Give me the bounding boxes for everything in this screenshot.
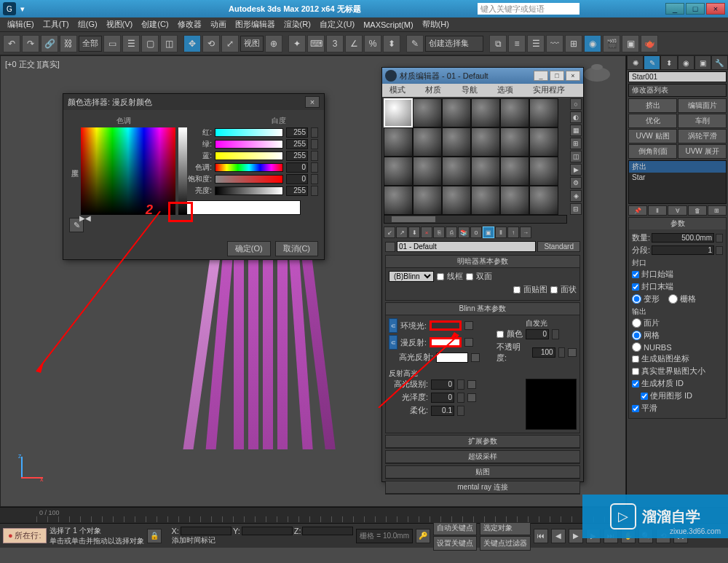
menu-tools[interactable]: 工具(T) [39, 17, 74, 31]
me-menu-options[interactable]: 选项(O) [493, 84, 529, 97]
show-in-viewport-button[interactable]: ▣ [483, 227, 494, 238]
ambient-diffuse-lock[interactable]: ⊂ [389, 318, 397, 333]
selection-filter-dropdown[interactable]: 全部 [79, 36, 102, 52]
material-slot[interactable] [413, 186, 442, 215]
menu-animation[interactable]: 动画 [206, 17, 231, 31]
make-unique-button[interactable]: ∀ [668, 205, 687, 216]
hue-arrow-icon[interactable]: ▶◀ [79, 214, 91, 222]
mod-uvwunwrap[interactable]: UVW 展开 [678, 144, 727, 159]
grid-radio[interactable] [668, 294, 678, 304]
wire-check[interactable] [437, 273, 444, 280]
go-forward-button[interactable]: → [520, 227, 531, 238]
val-value[interactable]: 255 [286, 186, 308, 196]
me-close-button[interactable]: × [566, 71, 580, 81]
utilities-tab[interactable]: 🔧 [711, 55, 728, 70]
mod-editpatch[interactable]: 编辑面片 [678, 98, 727, 113]
put-to-library-button[interactable]: 📚 [458, 227, 470, 238]
key-mode-button[interactable]: 🔑 [416, 529, 430, 543]
edit-named-sel-button[interactable]: ✎ [406, 35, 424, 52]
stack-star[interactable]: Star [629, 173, 726, 182]
opacity-map-button[interactable] [568, 348, 577, 357]
percent-snap-button[interactable]: % [364, 35, 381, 52]
mirror-button[interactable]: ⧉ [489, 35, 507, 52]
green-spinner[interactable] [311, 139, 318, 149]
layer-button[interactable]: ☰ [527, 35, 545, 52]
red-value[interactable]: 255 [286, 127, 308, 138]
blue-slider[interactable] [215, 151, 283, 160]
motion-tab[interactable]: ◉ [678, 55, 695, 70]
me-menu-material[interactable]: 材质(M) [421, 84, 457, 97]
selfillum-spinner[interactable] [552, 329, 559, 339]
modifier-stack[interactable]: 挤出 Star [628, 160, 727, 204]
gloss-value[interactable]: 0 [431, 393, 454, 403]
select-by-mat-button[interactable]: ◈ [570, 190, 582, 202]
facemap-check[interactable] [513, 286, 521, 294]
selfillum-color-check[interactable] [496, 331, 504, 338]
z-coord[interactable] [302, 527, 353, 535]
material-slot[interactable] [529, 98, 558, 127]
amount-spinner[interactable] [716, 234, 723, 243]
me-minimize-button[interactable]: _ [534, 71, 548, 81]
render-button[interactable]: 🫖 [641, 35, 658, 52]
gloss-spinner[interactable] [457, 393, 464, 403]
help-search-input[interactable]: 键入关键字或短语 [478, 3, 579, 15]
sat-slider[interactable] [215, 175, 283, 184]
select-scale-button[interactable]: ⤢ [221, 35, 239, 52]
blinn-rollout-title[interactable]: Blinn 基本参数 [386, 303, 579, 315]
twoside-check[interactable] [466, 273, 473, 280]
backlight-button[interactable]: ◐ [570, 111, 582, 123]
mod-bevelprofile[interactable]: 倒角剖面 [628, 144, 677, 159]
selfillum-value[interactable]: 0 [526, 329, 549, 339]
timeline-ticks[interactable] [36, 516, 626, 522]
window-crossing-button[interactable]: ◫ [160, 35, 178, 52]
me-menu-nav[interactable]: 导航(N) [457, 84, 493, 97]
select-region-button[interactable]: ▢ [141, 35, 159, 52]
options-button[interactable]: ⚙ [570, 177, 582, 189]
pin-stack-button[interactable]: 📌 [628, 205, 647, 216]
blue-value[interactable]: 255 [286, 151, 308, 161]
realworld-check[interactable] [632, 368, 639, 375]
configure-sets-button[interactable]: ⊞ [708, 205, 727, 216]
gloss-map-button[interactable] [467, 393, 476, 402]
material-slot[interactable] [500, 157, 529, 186]
maps-rollout[interactable]: 贴图 [386, 466, 579, 479]
material-slot-1[interactable] [384, 98, 413, 127]
menu-maxscript[interactable]: MAXScript(M) [359, 19, 417, 31]
green-value[interactable]: 255 [286, 139, 308, 149]
material-slot[interactable] [529, 157, 558, 186]
genmatid-check[interactable] [632, 380, 639, 387]
show-end-result-button[interactable]: Ⅱ [495, 227, 507, 238]
blue-spinner[interactable] [311, 151, 318, 161]
cap-end-check[interactable] [632, 283, 639, 291]
matid-button[interactable]: 0 [470, 227, 482, 238]
play-button[interactable]: ▶ [569, 529, 583, 543]
menu-modifiers[interactable]: 修改器 [173, 17, 206, 31]
undo-button[interactable]: ↶ [3, 35, 20, 52]
shader-rollout-title[interactable]: 明暗器基本参数 [386, 256, 579, 268]
hue-value[interactable]: 0 [286, 162, 308, 173]
minimize-button[interactable]: _ [665, 3, 684, 15]
material-slot[interactable] [471, 157, 500, 186]
mesh-radio[interactable] [632, 331, 641, 340]
spec-level-value[interactable]: 0 [431, 379, 454, 390]
useshapeid-check[interactable] [641, 393, 648, 400]
red-spinner[interactable] [311, 127, 318, 138]
sample-type-button[interactable]: ○ [570, 98, 582, 110]
material-slot[interactable] [384, 157, 413, 186]
val-slider[interactable] [215, 186, 283, 195]
material-slot[interactable] [442, 157, 471, 186]
schematic-button[interactable]: ⊞ [565, 35, 582, 52]
put-to-scene-button[interactable]: ↗ [396, 227, 408, 238]
stack-extrude[interactable]: 挤出 [629, 161, 726, 173]
patch-radio[interactable] [632, 318, 641, 328]
mental-rollout[interactable]: mental ray 连接 [386, 481, 579, 494]
ambient-map-button[interactable] [464, 321, 473, 330]
reset-map-button[interactable]: × [421, 227, 432, 238]
soften-spinner[interactable] [457, 406, 464, 416]
segs-spinner[interactable] [716, 246, 723, 255]
material-slot[interactable] [471, 127, 500, 157]
select-button[interactable]: ▭ [103, 35, 121, 52]
matnav-button[interactable]: ⊟ [570, 203, 582, 215]
recent-files-dropdown[interactable]: ▾ [20, 4, 25, 14]
redo-button[interactable]: ↷ [22, 35, 39, 52]
